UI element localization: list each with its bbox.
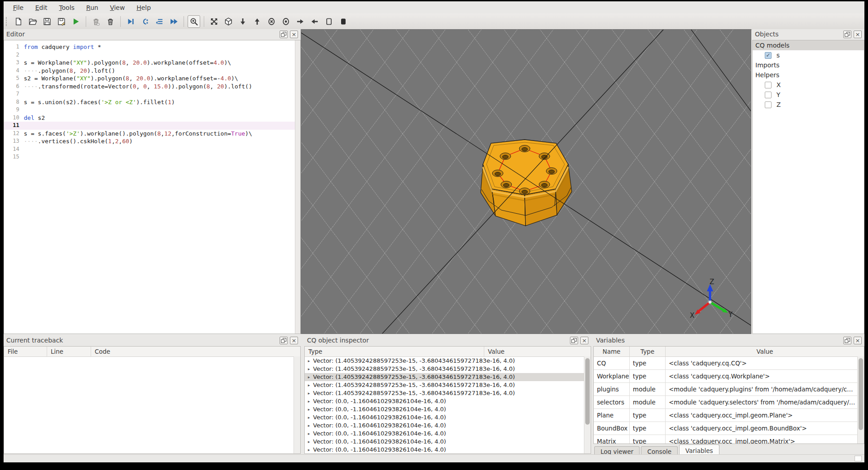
code-line-11[interactable]: 11 [4,122,300,130]
left-view-icon[interactable] [294,15,307,28]
variables-col-type[interactable]: Type [630,347,666,356]
debug-frames-icon[interactable] [153,15,166,28]
code-line-14[interactable]: 14 [4,145,300,154]
front-view-icon[interactable] [265,15,278,28]
float-panel-icon[interactable] [280,31,288,38]
float-panel-icon[interactable] [570,337,578,344]
code-line-8[interactable]: 8s = s.union(s2).faces('>Z or <Z').fille… [4,98,300,106]
delete-all-icon[interactable] [104,15,117,28]
variable-row-BoundBox[interactable]: BoundBoxtype<class 'cadquery.occ_impl.ge… [594,422,864,435]
expand-arrow-icon[interactable]: ▸ [308,367,310,371]
inspector-row[interactable]: ▸Vector: (0.0, -1.1604610293826104e-16, … [305,397,591,405]
close-panel-icon[interactable] [580,337,588,344]
expand-arrow-icon[interactable]: ▸ [308,383,310,387]
checkbox-y[interactable]: ✓ [765,92,772,98]
objects-tree-item-z[interactable]: ✓Z [753,100,864,110]
right-view-icon[interactable] [308,15,321,28]
variable-row-Workplane[interactable]: Workplanetype<class 'cadquery.cq.Workpla… [594,370,864,383]
expand-arrow-icon[interactable]: ▸ [308,448,310,452]
toolbar-drag-handle[interactable] [6,17,9,26]
traceback-col-file[interactable]: File [4,347,47,356]
checkbox-x[interactable]: ✓ [765,82,772,88]
inspector-scrollbar-thumb[interactable] [585,358,590,425]
code-line-15[interactable]: 15 [4,153,300,161]
inspector-row[interactable]: ▸Vector: (0.0, -1.1604610293826104e-16, … [305,438,591,446]
menu-edit[interactable]: Edit [29,2,53,13]
traceback-scrollbar[interactable] [294,356,300,453]
inspector-row[interactable]: ▸Vector: (0.0, -1.1604610293826104e-16, … [305,405,591,413]
inspector-row[interactable]: ▸Vector: (0.0, -1.1604610293826104e-16, … [305,413,591,422]
inspector-row[interactable]: ▸Vector: (1.4053924288597253e-15, -3.680… [305,357,591,365]
inspector-col-type[interactable]: Type [305,347,484,356]
top-view-icon[interactable] [237,15,249,28]
inspector-row[interactable]: ▸Vector: (1.4053924288597253e-15, -3.680… [305,389,591,397]
code-line-6[interactable]: 6····.transformed(rotate=Vector(0, 0, 15… [4,83,300,91]
save-icon[interactable] [41,15,53,28]
save-as-icon[interactable] [55,15,68,28]
inspector-row[interactable]: ▸Vector: (0.0, -1.1604610293826104e-16, … [305,430,591,438]
wireframe-icon[interactable] [323,15,335,28]
variable-row-Plane[interactable]: Planetype<class 'cadquery.occ_impl.geom.… [594,409,864,422]
menu-help[interactable]: Help [131,2,157,13]
variable-row-selectors[interactable]: selectorsmodule<module 'cadquery.selecto… [594,396,864,409]
inspector-row[interactable]: ▸Vector: (1.4053924288597253e-15, -3.680… [305,365,591,373]
expand-arrow-icon[interactable]: ▸ [308,431,310,436]
traceback-col-line[interactable]: Line [47,347,91,356]
menu-run[interactable]: Run [80,2,104,13]
inspector-col-value[interactable]: Value [484,347,591,356]
close-panel-icon[interactable] [290,337,298,344]
new-file-icon[interactable] [12,15,25,28]
variable-row-CQ[interactable]: CQtype<class 'cadquery.cq.CQ'> [594,357,864,370]
menu-file[interactable]: File [7,2,29,13]
code-line-7[interactable]: 7 [4,90,300,98]
render-icon[interactable] [70,15,82,28]
float-panel-icon[interactable] [280,337,288,344]
float-panel-icon[interactable] [843,337,851,344]
close-panel-icon[interactable] [290,31,298,38]
objects-tree-item-helpers[interactable]: Helpers [753,70,864,80]
objects-tree-item-s[interactable]: ✓s [753,50,864,60]
code-line-5[interactable]: 5s2 = Workplane("XY").polygon(8, 20.0).w… [4,75,300,83]
code-line-13[interactable]: 13····.vertices().cskHole(1,2,60) [4,137,300,145]
expand-arrow-icon[interactable]: ▸ [308,359,310,363]
expand-arrow-icon[interactable]: ▸ [308,423,310,428]
objects-tree-item-imports[interactable]: Imports [753,60,864,70]
inspector-row[interactable]: ▸Vector: (1.4053924288597253e-15, -3.680… [305,373,591,381]
checkbox-z[interactable]: ✓ [765,101,772,108]
objects-tree-item-cq-models[interactable]: CQ models [753,40,864,50]
shaded-icon[interactable] [337,15,350,28]
iso-view-icon[interactable] [222,15,235,28]
code-line-12[interactable]: 12s = s.faces('>Z').workplane().polygon(… [4,130,300,138]
inspector-row[interactable]: ▸Vector: (1.4053924288597253e-15, -3.680… [305,381,591,389]
debug-step-into-icon[interactable] [139,15,151,28]
expand-arrow-icon[interactable]: ▸ [308,399,310,404]
code-line-3[interactable]: 3s = Workplane("XY").polygon(8, 20.0).wo… [4,59,300,67]
viewport-3d[interactable]: Z X Y [301,29,751,334]
close-panel-icon[interactable] [854,31,862,38]
menu-view[interactable]: View [104,2,131,13]
expand-arrow-icon[interactable]: ▸ [308,391,310,395]
code-line-9[interactable]: 9 [4,106,300,114]
inspector-row[interactable]: ▸Vector: (0.0, -1.1604610293826104e-16, … [305,422,591,430]
objects-tree-item-x[interactable]: ✓X [753,80,864,90]
variables-col-name[interactable]: Name [594,347,630,356]
code-line-2[interactable]: 2 [4,51,300,59]
expand-arrow-icon[interactable]: ▸ [308,439,310,444]
variables-scrollbar[interactable] [857,356,864,444]
inspector-scrollbar[interactable] [584,356,591,453]
delete-icon[interactable] [90,15,102,28]
resize-grip[interactable] [855,456,862,461]
code-editor[interactable]: 1from cadquery import *23s = Workplane("… [4,40,301,334]
close-panel-icon[interactable] [854,337,862,344]
fit-view-icon[interactable] [208,15,220,28]
debug-step-icon[interactable] [124,15,137,28]
code-line-10[interactable]: 10del s2 [4,114,300,122]
expand-arrow-icon[interactable]: ▸ [308,415,310,420]
back-view-icon[interactable] [280,15,292,28]
variables-col-value[interactable]: Value [666,347,864,356]
bottom-view-icon[interactable] [251,15,263,28]
expand-arrow-icon[interactable]: ▸ [308,375,310,379]
editor-scrollbar[interactable] [295,40,300,334]
variable-row-Matrix[interactable]: Matrixtype<class 'cadquery.occ_impl.geom… [594,435,864,444]
inspect-object-icon[interactable] [188,15,200,28]
